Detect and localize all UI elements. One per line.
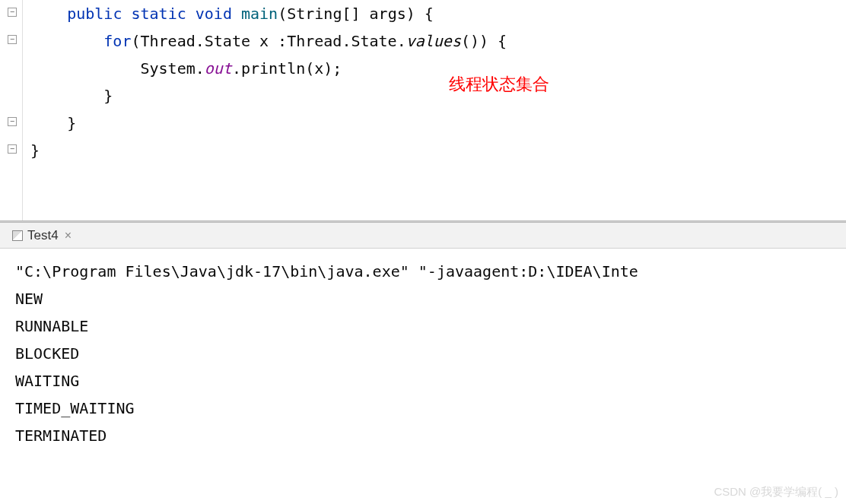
console-line: WAITING: [15, 367, 831, 395]
fold-icon[interactable]: −: [8, 117, 17, 126]
code-line: System.out.println(x);: [30, 59, 342, 78]
code-content[interactable]: public static void main(String[] args) {…: [23, 0, 507, 220]
fold-icon[interactable]: −: [8, 8, 17, 17]
code-line: }: [30, 87, 113, 105]
tab-label: Test4: [27, 228, 59, 243]
console-output[interactable]: "C:\Program Files\Java\jdk-17\bin\java.e…: [0, 249, 846, 458]
console-command: "C:\Program Files\Java\jdk-17\bin\java.e…: [15, 258, 831, 285]
annotation-label: 线程状态集合: [449, 73, 549, 96]
watermark: CSDN @我要学编程( _ ): [714, 485, 838, 499]
run-config-icon: [12, 230, 23, 241]
editor-gutter: − − − −: [0, 0, 23, 220]
code-line: public static void main(String[] args) {: [30, 5, 434, 23]
console-line: TERMINATED: [15, 422, 831, 449]
code-line: for(Thread.State x :Thread.State.values(…: [30, 32, 507, 50]
close-icon[interactable]: ×: [65, 229, 72, 242]
code-line: }: [30, 141, 40, 160]
run-tab[interactable]: Test4 ×: [6, 225, 78, 246]
console-line: BLOCKED: [15, 340, 831, 367]
fold-icon[interactable]: −: [8, 35, 17, 44]
console-line: RUNNABLE: [15, 312, 831, 340]
run-tab-bar: Test4 ×: [0, 223, 846, 249]
code-editor[interactable]: − − − − public static void main(String[]…: [0, 0, 846, 220]
console-line: NEW: [15, 285, 831, 312]
code-line: }: [30, 114, 76, 132]
console-line: TIMED_WAITING: [15, 395, 831, 422]
fold-icon[interactable]: −: [8, 144, 17, 154]
